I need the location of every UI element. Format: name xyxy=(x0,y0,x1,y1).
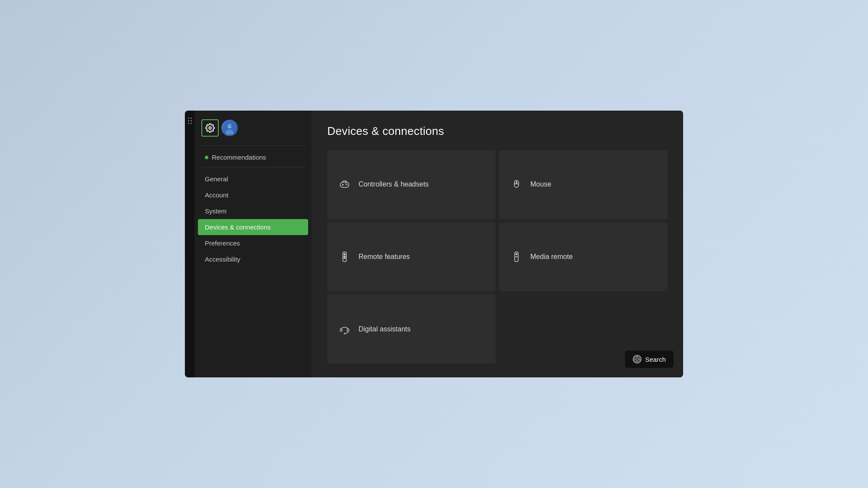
grid-item-mouse[interactable]: Mouse xyxy=(499,150,667,219)
avatar-icon xyxy=(223,121,236,134)
sidebar-item-general[interactable]: General xyxy=(194,171,312,187)
page-title: Devices & connections xyxy=(327,124,667,138)
sidebar-item-account[interactable]: Account xyxy=(194,187,312,203)
options-grid: Controllers & headsets Mouse xyxy=(327,150,667,364)
settings-window: Recommendations General Account System D… xyxy=(185,111,683,377)
nav-divider xyxy=(201,145,305,146)
media-remote-label: Media remote xyxy=(530,253,573,261)
settings-icon-box[interactable] xyxy=(201,119,219,137)
svg-rect-17 xyxy=(344,256,345,257)
controller-icon xyxy=(338,177,352,191)
grid-item-controllers-headsets[interactable]: Controllers & headsets xyxy=(327,150,496,219)
assistant-icon xyxy=(338,322,352,336)
search-button[interactable]: Search xyxy=(625,350,674,368)
grip-dots xyxy=(188,118,192,124)
sidebar-item-label: Account xyxy=(205,191,228,199)
mouse-icon xyxy=(510,177,523,191)
media-remote-icon xyxy=(510,250,523,264)
grid-item-media-remote[interactable]: Media remote xyxy=(499,223,667,291)
sidebar-item-system[interactable]: System xyxy=(194,203,312,219)
sidebar-item-recommendations[interactable]: Recommendations xyxy=(194,149,312,165)
main-content: Devices & connections xyxy=(312,111,683,377)
search-label: Search xyxy=(645,356,666,363)
status-dot xyxy=(205,156,208,159)
dot xyxy=(191,120,192,121)
sidebar-item-devices-connections[interactable]: Devices & connections xyxy=(198,219,308,235)
sidebar-item-label: General xyxy=(205,175,228,183)
dots-strip xyxy=(185,111,194,377)
sidebar-item-label: System xyxy=(205,207,227,215)
svg-point-10 xyxy=(346,184,347,185)
grid-item-digital-assistants[interactable]: Digital assistants xyxy=(327,295,496,364)
dot xyxy=(188,123,189,124)
nav-divider xyxy=(201,167,305,167)
svg-point-16 xyxy=(344,253,345,255)
svg-point-26 xyxy=(636,358,638,360)
sidebar-item-label: Preferences xyxy=(205,239,240,247)
avatar[interactable] xyxy=(221,120,238,136)
digital-assistants-label: Digital assistants xyxy=(358,325,411,333)
svg-point-20 xyxy=(516,253,517,255)
sidebar-item-label: Accessibility xyxy=(205,255,240,263)
controllers-headsets-label: Controllers & headsets xyxy=(358,180,429,188)
svg-point-5 xyxy=(230,125,231,126)
svg-point-9 xyxy=(345,183,346,184)
remote-icon xyxy=(338,250,352,264)
dot xyxy=(188,118,189,119)
grid-item-remote-features[interactable]: Remote features xyxy=(327,223,496,291)
sidebar-item-accessibility[interactable]: Accessibility xyxy=(194,251,312,267)
gear-icon xyxy=(205,123,215,133)
sidebar-item-label: Devices & connections xyxy=(205,223,271,231)
sidebar-header xyxy=(194,116,312,144)
svg-rect-18 xyxy=(344,258,345,259)
remote-features-label: Remote features xyxy=(358,253,410,261)
svg-point-4 xyxy=(228,125,229,126)
sidebar-item-label: Recommendations xyxy=(212,154,266,161)
dot xyxy=(191,118,192,119)
sidebar-item-preferences[interactable]: Preferences xyxy=(194,235,312,251)
dot xyxy=(191,123,192,124)
mouse-label: Mouse xyxy=(530,180,551,188)
dot xyxy=(188,120,189,121)
search-circle-icon xyxy=(633,355,641,364)
sidebar: Recommendations General Account System D… xyxy=(194,111,312,377)
svg-point-0 xyxy=(209,127,211,129)
